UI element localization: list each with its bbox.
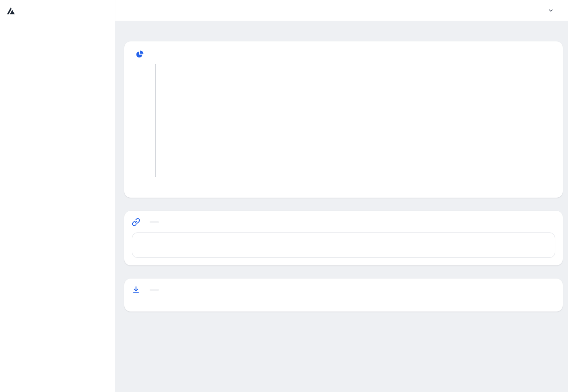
traffic-chart-card	[124, 41, 563, 198]
tunnel-item	[132, 232, 555, 258]
chart-plot-area	[155, 64, 549, 177]
app-logo	[0, 0, 115, 21]
main-content	[115, 21, 568, 392]
chevron-down-icon	[548, 8, 554, 14]
tunnel-count-badge	[150, 221, 159, 223]
tunnel-permissions-card	[124, 211, 563, 265]
download-icon	[132, 286, 140, 294]
sidebar	[0, 0, 115, 392]
forward-config-card	[124, 279, 563, 312]
chart-y-axis	[136, 64, 155, 177]
forward-count-badge	[150, 289, 159, 291]
user-menu[interactable]	[544, 8, 554, 14]
flux-logo-icon	[6, 6, 16, 16]
top-bar	[115, 0, 568, 21]
link-icon	[132, 218, 140, 226]
traffic-chart	[136, 64, 555, 177]
chart-x-axis	[155, 177, 549, 187]
pie-chart-icon	[136, 50, 144, 58]
